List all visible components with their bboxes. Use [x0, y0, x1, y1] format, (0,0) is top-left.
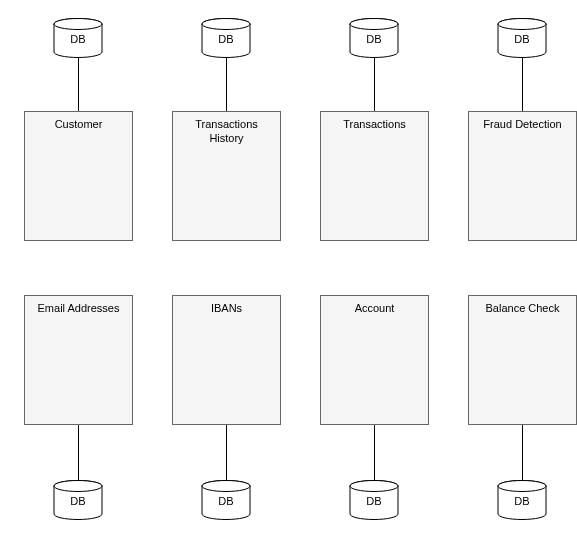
db-top-4: DB — [497, 18, 547, 58]
service-title: Customer — [29, 118, 128, 132]
service-title: IBANs — [177, 302, 276, 316]
svg-point-9 — [54, 481, 102, 492]
svg-point-3 — [202, 19, 250, 30]
service-title: Transactions — [325, 118, 424, 132]
service-customer: Customer — [24, 111, 133, 241]
svg-point-11 — [202, 481, 250, 492]
db-label: DB — [514, 33, 529, 45]
svg-point-5 — [350, 19, 398, 30]
connector — [374, 58, 375, 111]
service-fraud-detection: Fraud Detection — [468, 111, 577, 241]
db-bottom-1: DB — [53, 480, 103, 520]
svg-point-7 — [498, 19, 546, 30]
db-top-3: DB — [349, 18, 399, 58]
connector — [522, 425, 523, 480]
service-title: Email Addresses — [29, 302, 128, 316]
db-label: DB — [514, 495, 529, 507]
db-bottom-4: DB — [497, 480, 547, 520]
svg-point-1 — [54, 19, 102, 30]
connector — [78, 58, 79, 111]
connector — [226, 425, 227, 480]
service-title: Transactions History — [177, 118, 276, 146]
db-label: DB — [70, 495, 85, 507]
service-transactions: Transactions — [320, 111, 429, 241]
service-ibans: IBANs — [172, 295, 281, 425]
db-bottom-3: DB — [349, 480, 399, 520]
service-title: Fraud Detection — [473, 118, 572, 132]
connector — [78, 425, 79, 480]
service-balance-check: Balance Check — [468, 295, 577, 425]
service-title: Account — [325, 302, 424, 316]
connector — [226, 58, 227, 111]
db-label: DB — [366, 33, 381, 45]
service-title: Balance Check — [473, 302, 572, 316]
db-label: DB — [218, 495, 233, 507]
db-top-2: DB — [201, 18, 251, 58]
db-label: DB — [218, 33, 233, 45]
db-label: DB — [70, 33, 85, 45]
architecture-diagram: DB DB DB DB Customer Transactions Histor… — [0, 0, 577, 552]
service-transactions-history: Transactions History — [172, 111, 281, 241]
service-email-addresses: Email Addresses — [24, 295, 133, 425]
service-account: Account — [320, 295, 429, 425]
db-label: DB — [366, 495, 381, 507]
connector — [374, 425, 375, 480]
svg-point-13 — [350, 481, 398, 492]
svg-point-15 — [498, 481, 546, 492]
db-bottom-2: DB — [201, 480, 251, 520]
db-top-1: DB — [53, 18, 103, 58]
connector — [522, 58, 523, 111]
